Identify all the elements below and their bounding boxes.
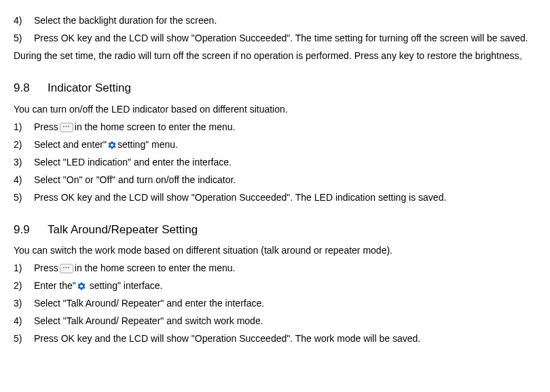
step-number: 3) — [14, 155, 34, 170]
step-number: 5) — [14, 31, 34, 45]
step-text-before: Select and enter" — [34, 139, 107, 150]
section-99-step-1: 1)Pressin the home screen to enter the m… — [14, 261, 536, 275]
step-number: 1) — [14, 261, 34, 275]
step-text-after: in the home screen to enter the menu. — [75, 262, 236, 273]
step-text: Select "LED indication" and enter the in… — [34, 157, 232, 168]
section-99-heading: 9.9Talk Around/Repeater Setting — [14, 221, 536, 239]
section-98-step-5: 5)Press OK key and the LCD will show "Op… — [14, 191, 536, 205]
section-99-step-5: 5)Press OK key and the LCD will show "Op… — [14, 332, 536, 346]
section-99-step-3: 3)Select "Talk Around/ Repeater" and ent… — [14, 296, 536, 311]
step-text-after: setting" interface. — [87, 280, 163, 291]
section-99-step-2: 2)Enter the" setting" interface. — [14, 279, 536, 293]
section-98-step-1: 1)Pressin the home screen to enter the m… — [14, 120, 536, 134]
step-text: Select "On" or "Off" and turn on/off the… — [34, 174, 236, 185]
step-text-before: Press — [34, 262, 58, 273]
step-text: Select the backlight duration for the sc… — [34, 15, 217, 26]
section-99-intro: You can switch the work mode based on di… — [14, 243, 536, 258]
section-number: 9.9 — [14, 221, 48, 239]
step-number: 3) — [14, 296, 34, 311]
step-text-before: Enter the" — [34, 280, 76, 291]
step-number: 5) — [14, 332, 34, 346]
step-number: 4) — [14, 314, 34, 328]
step-text-after: in the home screen to enter the menu. — [75, 121, 236, 132]
step-number: 5) — [14, 191, 34, 205]
step-text: Select "Talk Around/ Repeater" and switc… — [34, 315, 263, 326]
section-98-step-3: 3)Select "LED indication" and enter the … — [14, 155, 536, 170]
section-number: 9.8 — [14, 79, 48, 97]
step-text: Press OK key and the LCD will show "Oper… — [34, 192, 446, 203]
section-title: Indicator Setting — [48, 81, 131, 94]
section-99-step-4: 4)Select "Talk Around/ Repeater" and swi… — [14, 314, 536, 328]
section-98-intro: You can turn on/off the LED indicator ba… — [14, 102, 536, 117]
menu-icon — [60, 123, 73, 132]
section-98-step-2: 2)Select and enter"setting" menu. — [14, 138, 536, 152]
section-98-step-4: 4)Select "On" or "Off" and turn on/off t… — [14, 173, 536, 187]
step-text: Press OK key and the LCD will show "Oper… — [34, 333, 420, 344]
step-text: Select "Talk Around/ Repeater" and enter… — [34, 298, 264, 309]
step-number: 2) — [14, 138, 34, 152]
prior-step-5: 5)Press OK key and the LCD will show "Op… — [14, 31, 536, 45]
section-98-heading: 9.8Indicator Setting — [14, 79, 536, 97]
step-number: 4) — [14, 14, 34, 28]
prior-note: During the set time, the radio will turn… — [14, 49, 536, 63]
step-number: 1) — [14, 120, 34, 134]
step-number: 4) — [14, 173, 34, 187]
step-text: Press OK key and the LCD will show "Oper… — [34, 33, 528, 43]
step-number: 2) — [14, 279, 34, 293]
section-title: Talk Around/Repeater Setting — [48, 223, 198, 236]
menu-icon — [60, 264, 73, 273]
gear-icon — [107, 140, 117, 150]
step-text-after: setting" menu. — [117, 139, 178, 150]
step-text-before: Press — [34, 121, 58, 132]
gear-icon — [77, 281, 86, 291]
prior-step-4: 4)Select the backlight duration for the … — [14, 14, 536, 28]
